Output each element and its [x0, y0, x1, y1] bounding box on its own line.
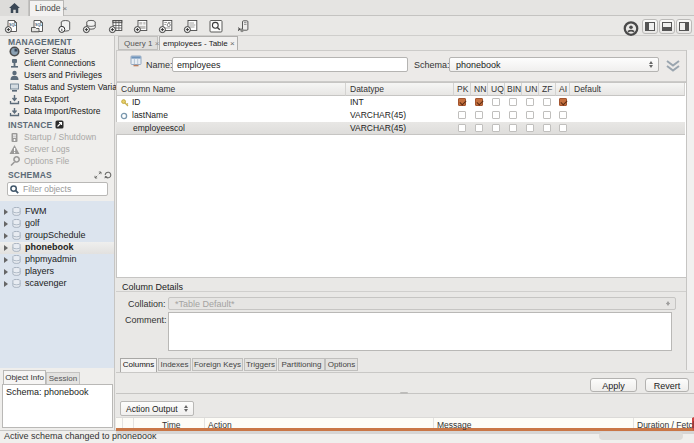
svg-text:SQL: SQL: [35, 23, 43, 27]
svg-text:SQL: SQL: [9, 23, 17, 27]
